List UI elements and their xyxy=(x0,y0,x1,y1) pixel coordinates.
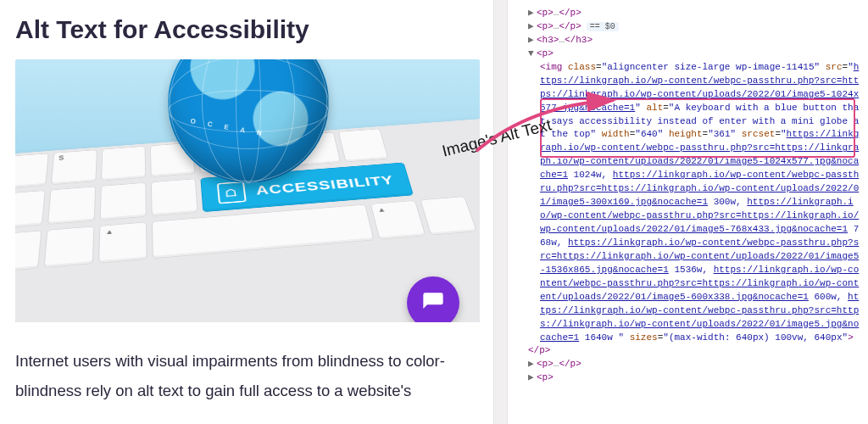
chat-icon xyxy=(421,291,445,315)
dom-node[interactable]: </p> xyxy=(518,344,863,358)
dom-node[interactable]: ▶<h3>…</h3> xyxy=(518,34,863,47)
devtools-gutter xyxy=(494,0,508,424)
key xyxy=(338,129,388,163)
key xyxy=(101,146,146,181)
hero-image: L S ☖ ACCESSIBILITY tion xyxy=(15,59,480,322)
key xyxy=(47,187,96,225)
page-title: Alt Text for Accessibility xyxy=(15,15,478,44)
key xyxy=(43,226,94,268)
dom-node[interactable]: ▶<p>…</p> xyxy=(518,7,863,20)
key: S xyxy=(51,149,97,185)
dom-node[interactable]: ▶<p>…</p> xyxy=(518,358,863,371)
key xyxy=(15,190,46,229)
dom-node[interactable]: ▼<p> xyxy=(518,47,863,61)
person-icon: ☖ xyxy=(216,181,246,204)
article-pane: Alt Text for Accessibility L S ☖ AC xyxy=(0,0,493,424)
devtools-panel[interactable]: ▶<p>…</p> ▶<p>…</p>== $0 ▶<h3>…</h3> ▼<p… xyxy=(493,0,868,424)
key xyxy=(100,182,147,220)
key: L xyxy=(15,153,49,189)
key xyxy=(420,196,477,235)
globe-ocean-label: O C E A N xyxy=(190,117,267,138)
dom-node[interactable]: ▶<p> xyxy=(518,371,863,385)
dom-img-node[interactable]: <img class="aligncenter size-large wp-im… xyxy=(518,61,863,345)
key: ▲ xyxy=(370,200,426,240)
chat-fab[interactable] xyxy=(407,276,459,322)
key: tion xyxy=(15,231,42,273)
article-body: Internet users with visual impairments f… xyxy=(15,346,478,405)
dom-node[interactable]: ▶<p>…</p>== $0 xyxy=(518,20,863,34)
selected-node-badge: == $0 xyxy=(587,22,619,31)
dom-tree[interactable]: ▶<p>…</p> ▶<p>…</p>== $0 ▶<h3>…</h3> ▼<p… xyxy=(518,7,863,385)
key xyxy=(151,178,198,216)
key: ▲ xyxy=(98,222,147,264)
